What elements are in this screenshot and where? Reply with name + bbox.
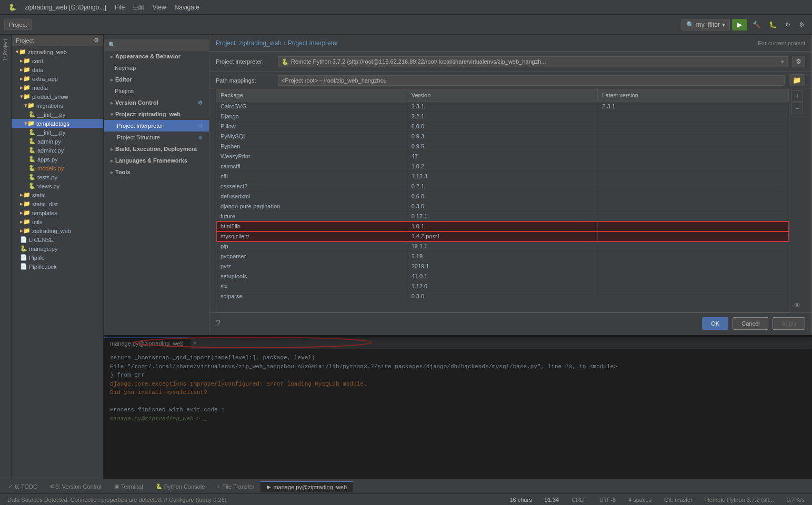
eye-button[interactable]: 👁 [791,300,803,311]
list-item[interactable]: 🐍apps.py [12,155,103,164]
table-row[interactable]: future 0.17.1 [216,211,789,221]
list-item[interactable]: ▸📁static [12,190,103,199]
list-item[interactable]: 🐍tests.py [12,173,103,181]
table-row[interactable]: defusedxml 0.6.0 [216,191,789,201]
pkg-latest [598,112,789,121]
dialog-menu-interpreter[interactable]: Project Interpreter ⚙ [104,120,209,132]
dialog-menu-tools[interactable]: ▸ Tools [104,166,209,178]
table-row[interactable]: cssselect2 0.2.1 [216,181,789,191]
dialog-menu-project[interactable]: ▾ Project: ziptrading_web [104,108,209,120]
table-row[interactable]: Pyphen 0.9.5 [216,142,789,152]
table-row[interactable]: PyMySQL 0.9.3 [216,132,789,142]
build-button[interactable]: 🔨 [749,20,764,29]
templatetags-folder[interactable]: ▾📁templatetags [12,119,103,128]
status-crlf[interactable]: CRLF [568,497,590,503]
list-item[interactable]: ▸📁media [12,83,103,92]
menu-edit[interactable]: Edit [129,4,148,11]
run-button[interactable]: ▶ [732,19,747,31]
table-row[interactable]: CairoSVG 2.3.1 2.3.1 [216,102,789,112]
debug-button[interactable]: 🐛 [766,20,780,29]
panel-title: Project [16,37,34,44]
tab-label: Python Console [164,483,205,490]
dialog-menu-editor[interactable]: ▸ Editor [104,74,209,85]
table-row[interactable]: pytz 2019.1 [216,261,789,271]
tab-todo[interactable]: ✓ 6: TODO [2,481,44,492]
tab-file-transfer[interactable]: ↕ File Transfer [211,481,260,492]
tab-terminal[interactable]: ▣ Terminal [108,481,149,492]
apply-button[interactable]: Apply [773,317,805,330]
settings-button[interactable]: ⚙ [796,20,808,29]
pkg-version: 1.12.3 [407,171,598,181]
list-item[interactable]: 🐍views.py [12,181,103,190]
table-row[interactable]: pycparser 2.19 [216,251,789,261]
remove-package-button[interactable]: − [791,103,803,114]
tab-vcs[interactable]: ⑆ 9: Version Control [44,481,108,492]
table-row[interactable]: WeasyPrint 47 [216,152,789,161]
table-row[interactable]: mysqlclient 1.4.2.post1 [216,231,789,241]
list-item[interactable]: ▸📁ziptrading_web [12,226,103,235]
table-row[interactable]: Django 2.2.1 [216,112,789,122]
list-item[interactable]: 🐍admin.py [12,137,103,146]
project-dropdown[interactable]: Project [4,19,32,30]
table-row[interactable]: html5lib 1.0.1 [216,221,789,231]
dialog-actions: ? OK Cancel Apply [209,312,811,334]
help-button[interactable]: ? [216,319,220,328]
list-item[interactable]: ▸📁conf [12,56,103,65]
menu-navigate[interactable]: Navigate [171,4,204,11]
table-row[interactable]: cairocffi 1.0.2 [216,161,789,171]
dialog-menu-vcs[interactable]: ▸ Version Control ⚙ [104,97,209,108]
table-row[interactable]: six 1.12.0 [216,281,789,291]
dialog-menu-plugins[interactable]: Plugins [104,85,209,97]
table-row[interactable]: setuptools 41.0.1 [216,271,789,281]
table-row[interactable]: Pillow 6.0.0 [216,122,789,132]
list-item[interactable]: 🐍__init__.py [12,110,103,119]
list-item[interactable]: ▸📁static_dist [12,199,103,208]
pkg-latest [598,152,789,161]
add-package-button[interactable]: + [791,90,803,102]
list-item[interactable]: ▾📁product_show [12,92,103,101]
list-item[interactable]: 📄Pipfile.lock [12,262,103,271]
ok-button[interactable]: OK [702,317,728,330]
list-item[interactable]: ▸📁data [12,65,103,74]
dialog-menu-appearance[interactable]: ▸ Appearance & Behavior [104,50,209,62]
structure-panel-icon[interactable]: 1: Project [3,37,8,63]
list-item[interactable]: ▸📁extra_app [12,74,103,83]
interpreter-dropdown-arrow[interactable]: ▾ [781,58,784,65]
refresh-button[interactable]: ↻ [782,20,794,29]
list-item[interactable]: ▸📁utils [12,217,103,226]
path-folder-button[interactable]: 📁 [789,74,805,86]
dialog-menu-structure[interactable]: Project Structure ⚙ [104,132,209,143]
table-header: Package Version Latest version [216,89,789,102]
folder-icon: ▸📁 [20,75,31,82]
templates-folder[interactable]: ▸📁templates [12,208,103,217]
expand-icon: ▸ [111,146,113,152]
cancel-button[interactable]: Cancel [733,317,768,330]
list-item[interactable]: 📄LICENSE [12,235,103,244]
menu-view[interactable]: View [148,4,171,11]
status-encoding[interactable]: UTF-8 [596,497,619,503]
dialog-menu-build[interactable]: ▸ Build, Execution, Deployment [104,143,209,155]
panel-menu-icon[interactable]: ⚙ [94,37,99,44]
menu-file[interactable]: File [111,4,129,11]
folder-icon: ▾📁 [16,48,26,55]
table-row[interactable]: cffi 1.12.3 [216,171,789,181]
dialog-menu-keymap[interactable]: Keymap [104,62,209,74]
interpreter-gear-button[interactable]: ⚙ [792,56,805,67]
dialog-search-input[interactable] [104,39,209,50]
table-row[interactable]: pip 19.1.1 [216,241,789,251]
table-row[interactable]: sqlparse 0.3.0 [216,291,789,301]
dialog-menu-languages[interactable]: ▸ Languages & Frameworks [104,155,209,166]
list-item[interactable]: 🐍adminx.py [12,146,103,155]
status-spaces[interactable]: 4 spaces [625,497,655,503]
pkg-version: 0.9.3 [407,132,598,141]
tab-python-console[interactable]: 🐍 Python Console [149,481,212,492]
list-item[interactable]: 🐍models.py [12,164,103,173]
tab-manage-py[interactable]: ▶ manage.py@ziptrading_web [260,481,353,492]
list-item[interactable]: 🐍manage.py [12,244,103,253]
list-item[interactable]: 🐍__init__.py [12,128,103,137]
list-item[interactable]: ▾📁migrations [12,101,103,110]
table-row[interactable]: django-pure-pagination 0.3.0 [216,201,789,211]
filter-dropdown[interactable]: 🔍 my_filter ▾ [681,19,730,31]
list-item[interactable]: 📄Pipfile [12,253,103,262]
tree-root[interactable]: ▾📁 ziptrading_web [12,47,103,56]
